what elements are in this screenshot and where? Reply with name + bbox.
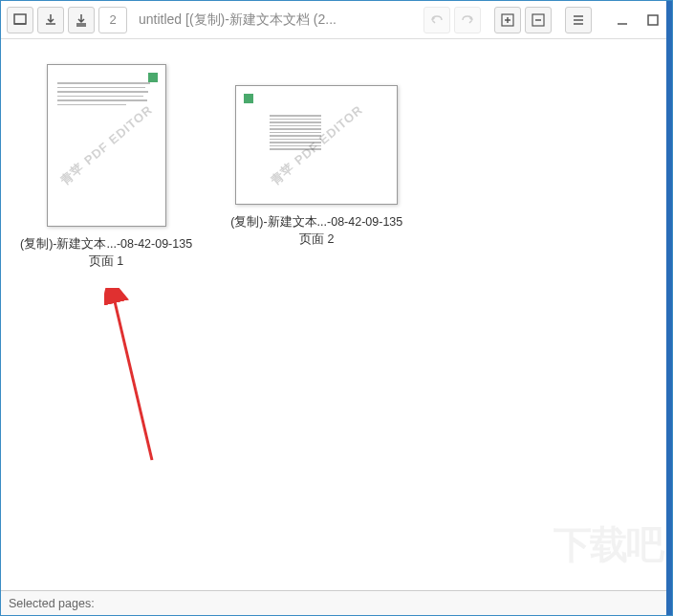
thumbnail-area: 青苹 PDF EDITOR (复制)-新建文本...-08-42-09-135 …: [1, 39, 672, 590]
thumbnail-preview: 青苹 PDF EDITOR: [47, 64, 166, 227]
page-thumbnail-1[interactable]: 青苹 PDF EDITOR (复制)-新建文本...-08-42-09-135 …: [20, 58, 192, 270]
redo-button[interactable]: [454, 7, 481, 33]
minimize-button[interactable]: [609, 7, 636, 33]
menu-button[interactable]: [565, 7, 592, 33]
background-watermark: 下载吧: [554, 518, 662, 571]
svg-line-12: [114, 297, 152, 460]
page-thumbnail-2[interactable]: 青苹 PDF EDITOR (复制)-新建文本...-08-42-09-135 …: [230, 58, 402, 248]
view-toggle-button[interactable]: [7, 7, 33, 33]
thumbnail-caption: (复制)-新建文本...-08-42-09-135 页面 1: [20, 236, 192, 270]
window-edge: [666, 1, 672, 615]
svg-rect-0: [14, 14, 26, 24]
status-bar: Selected pages:: [1, 590, 672, 615]
undo-button[interactable]: [423, 7, 450, 33]
document-title: untitled [(复制)-新建文本文档 (2...: [139, 11, 336, 29]
toolbar: untitled [(复制)-新建文本文档 (2...: [1, 1, 672, 39]
export-button[interactable]: [68, 7, 95, 33]
remove-button[interactable]: [525, 7, 552, 33]
watermark-text: 青苹 PDF EDITOR: [56, 101, 156, 189]
import-button[interactable]: [37, 7, 64, 33]
status-label: Selected pages:: [9, 597, 95, 610]
add-button[interactable]: [494, 7, 521, 33]
thumbnail-preview: 青苹 PDF EDITOR: [235, 85, 398, 205]
maximize-button[interactable]: [640, 7, 666, 33]
svg-rect-11: [648, 15, 658, 25]
page-number-input[interactable]: [98, 7, 127, 33]
annotation-arrow: [104, 288, 162, 470]
thumbnail-caption: (复制)-新建文本...-08-42-09-135 页面 2: [230, 214, 402, 248]
